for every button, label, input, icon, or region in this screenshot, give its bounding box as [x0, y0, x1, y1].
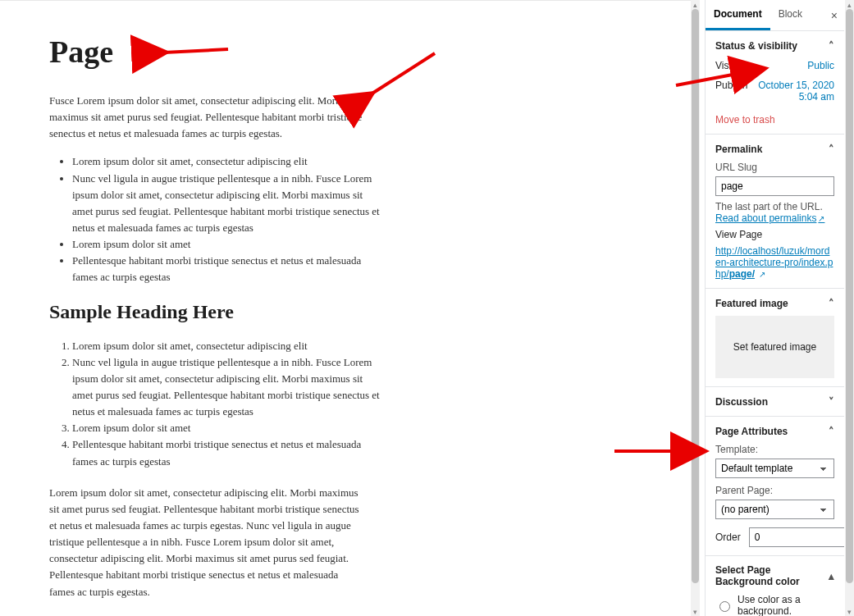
chevron-up-icon: ˄	[829, 39, 834, 52]
panel-title: Page Attributes	[715, 426, 788, 437]
editor-scrollbar[interactable]: ▴ ▾	[691, 0, 700, 616]
order-input[interactable]	[749, 527, 844, 547]
chevron-up-icon: ˄	[829, 297, 834, 309]
panel-toggle-bgcolor[interactable]: Select Page Background color ▴	[715, 564, 834, 587]
scroll-thumb[interactable]	[846, 9, 853, 583]
panel-page-attributes: Page Attributes ˄ Template: Default temp…	[706, 417, 844, 556]
list-item[interactable]: Lorem ipsum dolor sit amet, consectetur …	[72, 153, 380, 170]
scroll-up-icon[interactable]: ▴	[845, 0, 854, 9]
panel-discussion: Discussion ˅	[706, 387, 844, 417]
panel-status: Status & visibility ˄ Visibility Public …	[706, 31, 844, 135]
triangle-up-icon: ▴	[829, 570, 834, 582]
list-item[interactable]: Lorem ipsum dolor sit amet	[72, 420, 380, 436]
tab-block[interactable]: Block	[770, 0, 811, 30]
read-about-permalinks-link[interactable]: Read about permalinks	[715, 212, 824, 224]
external-link-icon	[757, 268, 765, 280]
panel-title: Status & visibility	[715, 40, 797, 52]
move-to-trash[interactable]: Move to trash	[715, 114, 834, 125]
list-item[interactable]: Nunc vel ligula in augue tristique pelle…	[72, 354, 380, 421]
panel-toggle-permalink[interactable]: Permalink ˄	[715, 143, 834, 155]
intro-paragraph[interactable]: Fusce Lorem ipsum dolor sit amet, consec…	[49, 93, 365, 142]
visibility-label: Visibility	[715, 60, 751, 71]
visibility-value[interactable]: Public	[807, 60, 834, 71]
list-item[interactable]: Lorem ipsum dolor sit amet, consectetur …	[72, 338, 380, 354]
panel-permalink: Permalink ˄ URL Slug The last part of th…	[706, 135, 844, 289]
page-content[interactable]: Page Fusce Lorem ipsum dolor sit amet, c…	[49, 34, 418, 616]
publish-label: Publish	[715, 80, 747, 103]
parent-page-label: Parent Page:	[715, 485, 834, 496]
url-slug-input[interactable]	[715, 176, 834, 196]
use-color-label: Use color as a background.	[738, 594, 834, 616]
bullet-list[interactable]: Lorem ipsum dolor sit amet, consectetur …	[49, 153, 418, 285]
tab-document[interactable]: Document	[706, 0, 770, 30]
paragraph[interactable]: Lorem ipsum dolor sit amet, consectetur …	[49, 485, 365, 600]
sample-heading[interactable]: Sample Heading Here	[49, 301, 418, 323]
paragraph[interactable]: Full Fusce Lorem ipsum dolor sit amet, c…	[49, 612, 365, 616]
panel-toggle-status[interactable]: Status & visibility ˄	[715, 39, 834, 52]
template-select[interactable]: Default template	[715, 459, 834, 478]
panel-title: Discussion	[715, 396, 768, 408]
numbered-list[interactable]: Lorem ipsum dolor sit amet, consectetur …	[49, 338, 418, 470]
parent-page-select[interactable]: (no parent)	[715, 500, 834, 519]
chevron-up-icon: ˄	[829, 143, 834, 155]
scroll-down-icon[interactable]: ▾	[691, 607, 700, 616]
list-item[interactable]: Pellentesque habitant morbi tristique se…	[72, 436, 380, 469]
chevron-down-icon: ˅	[829, 395, 834, 408]
view-page-label: View Page	[715, 229, 834, 240]
panel-title: Select Page Background color	[715, 564, 814, 587]
order-label: Order	[715, 532, 741, 543]
use-color-radio[interactable]	[719, 601, 730, 612]
permalink-help: The last part of the URL. Read about per…	[715, 201, 834, 224]
editor-canvas: Page Fusce Lorem ipsum dolor sit amet, c…	[0, 0, 700, 616]
list-item[interactable]: Pellentesque habitant morbi tristique se…	[72, 253, 380, 285]
sidebar-scrollbar[interactable]: ▴ ▾	[845, 0, 854, 616]
panel-toggle-featured[interactable]: Featured image ˄	[715, 297, 834, 309]
panel-toggle-attributes[interactable]: Page Attributes ˄	[715, 425, 834, 437]
scroll-thumb[interactable]	[692, 9, 699, 583]
template-label: Template:	[715, 444, 834, 455]
panel-toggle-discussion[interactable]: Discussion ˅	[715, 395, 834, 408]
scroll-down-icon[interactable]: ▾	[845, 607, 854, 616]
panel-featured-image: Featured image ˄ Set featured image	[706, 289, 844, 387]
sidebar-tabs: Document Block ×	[706, 0, 844, 31]
publish-date[interactable]: October 15, 2020 5:04 am	[747, 80, 834, 103]
panel-background-color: Select Page Background color ▴ Use color…	[706, 556, 844, 616]
panel-title: Permalink	[715, 144, 762, 155]
list-item[interactable]: Lorem ipsum dolor sit amet	[72, 236, 380, 253]
page-title[interactable]: Page	[49, 34, 418, 70]
permalink-url[interactable]: http://localhost/luzuk/morden-architectu…	[715, 245, 833, 280]
chevron-up-icon: ˄	[829, 425, 834, 437]
scroll-up-icon[interactable]: ▴	[691, 0, 700, 9]
panel-title: Featured image	[715, 298, 788, 309]
url-slug-label: URL Slug	[715, 162, 834, 173]
set-featured-image-button[interactable]: Set featured image	[715, 316, 834, 378]
close-icon[interactable]: ×	[831, 9, 838, 22]
settings-sidebar: Document Block × Status & visibility ˄ V…	[705, 0, 844, 616]
list-item[interactable]: Nunc vel ligula in augue tristique pelle…	[72, 171, 380, 237]
